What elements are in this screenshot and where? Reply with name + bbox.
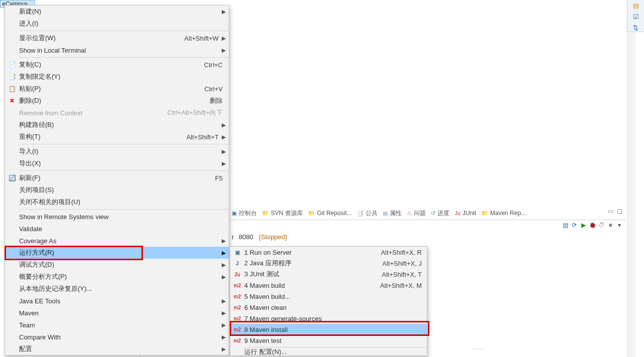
runas-mvnbuild[interactable]: m24 Maven buildAlt+Shift+X, M — [230, 280, 427, 291]
ctx-removectx: Remove from ContextCtrl+Alt+Shift+向下 — [5, 107, 229, 119]
ctx-comparewith[interactable]: Compare With▶ — [5, 331, 229, 343]
tab-public[interactable]: 📑公共 — [357, 209, 378, 218]
console-icon: ▣ — [232, 210, 237, 217]
ctx-localterm[interactable]: Show in Local Terminal▶ — [5, 44, 229, 56]
runas-runserver[interactable]: ▣1 Run on ServerAlt+Shift+X, R — [230, 247, 427, 258]
ctx-remoteview[interactable]: Show in Remote Systems view — [5, 211, 229, 223]
menu-separator — [19, 57, 229, 58]
ctx-showin[interactable]: 显示位置(W)Alt+Shift+W▶ — [5, 32, 229, 44]
ctx-refresh[interactable]: 🔄刷新(F)F5 — [5, 172, 229, 184]
menu-separator — [19, 144, 229, 144]
publish-icon[interactable]: ⟳ — [571, 222, 578, 229]
menu-separator — [19, 209, 229, 210]
refactor-label: 重构(T) — [19, 132, 187, 141]
debug-server-icon[interactable]: 🐞 — [589, 222, 596, 229]
ctx-buildpath[interactable]: 构建路径(B)▶ — [5, 119, 229, 131]
resize-handle[interactable]: •••••• — [466, 347, 492, 350]
server-entry[interactable]: r 8080 [Stopped] — [232, 233, 287, 241]
copyqn-label: 复制限定名(Y) — [19, 72, 226, 81]
maximize-icon[interactable]: ▢ — [616, 208, 623, 215]
ctx-closeunrel[interactable]: 关闭不相关的项目(U) — [5, 196, 229, 208]
views-tab-controls: ▭ ▢ — [607, 208, 623, 215]
refactor-shortcut: Alt+Shift+T — [187, 133, 219, 141]
panel-divider — [231, 220, 626, 220]
runconfig-label: 运行 配置(N)... — [244, 348, 422, 355]
runas-mvntest[interactable]: m29 Maven test — [230, 335, 427, 346]
chevron-right-icon: ▶ — [222, 35, 226, 42]
jeetools-label: Java EE Tools — [19, 297, 222, 305]
runas-mvnclean[interactable]: m26 Maven clean — [230, 302, 427, 313]
scrollbar-vertical[interactable] — [627, 0, 635, 357]
progress-label: 进度 — [437, 209, 449, 218]
closeproj-label: 关闭项目(S) — [19, 186, 226, 195]
runas-mvngensrc[interactable]: m27 Maven generate-sources — [230, 313, 427, 324]
ctx-coverage[interactable]: Coverage As▶ — [5, 235, 229, 247]
runas-runconfig[interactable]: 运行 配置(N)... — [230, 348, 427, 355]
minimize-icon[interactable]: ▭ — [607, 208, 614, 215]
stop-server-icon[interactable]: ■ — [607, 222, 614, 229]
server-menu-icon[interactable]: ▾ — [616, 222, 623, 229]
showin-shortcut: Alt+Shift+W — [184, 35, 219, 42]
ctx-profileas[interactable]: 概要分析方式(P)▶ — [5, 271, 229, 283]
ctx-validate[interactable]: Validate — [5, 223, 229, 235]
progress-icon: ↺ — [431, 210, 435, 217]
ctx-team[interactable]: Team▶ — [5, 319, 229, 331]
task-list-icon[interactable]: ☑ — [632, 13, 640, 21]
ctx-new[interactable]: 新建(N)▶ — [5, 6, 229, 18]
ctx-paste[interactable]: 📋粘贴(P)Ctrl+V — [5, 83, 229, 95]
remoteview-label: Show in Remote Systems view — [19, 213, 226, 221]
mvnbuild2-label: 5 Maven build... — [244, 293, 422, 300]
right-perspective-toolbar: ▤ ☑ ⇅ — [627, 0, 644, 32]
tab-junit[interactable]: JᴜJUnit — [454, 210, 476, 217]
restorelocal-label: 从本地历史记录复原(Y)... — [19, 284, 226, 293]
ctx-import[interactable]: 导入(I)▶ — [5, 145, 229, 157]
profileas-label: 概要分析方式(P) — [19, 272, 222, 281]
runas-javaapp[interactable]: J2 Java 应用程序Alt+Shift+X, J — [230, 258, 427, 269]
team-label: Team — [19, 321, 222, 329]
ctx-delete[interactable]: ✖删除(D)删除 — [5, 95, 229, 107]
ctx-copy[interactable]: 📄复制(C)Ctrl+C — [5, 59, 229, 71]
tab-props[interactable]: ▤属性 — [383, 209, 402, 218]
ctx-restorelocal[interactable]: 从本地历史记录复原(Y)... — [5, 283, 229, 295]
profile-server-icon[interactable]: ⏱ — [598, 222, 605, 229]
outline-icon[interactable]: ▤ — [632, 2, 640, 10]
runas-mvnbuild2[interactable]: m25 Maven build... — [230, 291, 427, 302]
mvntest-label: 9 Maven test — [244, 337, 422, 344]
mvninstall-label: 8 Maven install — [244, 326, 422, 333]
export-label: 导出(X) — [19, 159, 222, 168]
import-label: 导入(I) — [19, 147, 222, 156]
mavenrep-icon: 📁 — [481, 210, 488, 217]
ctx-refactor[interactable]: 重构(T)Alt+Shift+T▶ — [5, 131, 229, 143]
localterm-label: Show in Local Terminal — [19, 47, 222, 54]
paste-icon: 📋 — [5, 85, 19, 92]
ctx-export[interactable]: 导出(X)▶ — [5, 157, 229, 169]
ctx-closeproj[interactable]: 关闭项目(S) — [5, 184, 229, 196]
ctx-into[interactable]: 进入(I) — [5, 18, 229, 30]
ctx-debugas[interactable]: 调试方式(D)▶ — [5, 259, 229, 271]
server-toolbar: ▤ ⟳ ▶ 🐞 ⏱ ■ ▾ — [562, 222, 623, 229]
tab-problems[interactable]: ⚠问题 — [407, 209, 426, 218]
ctx-copyqn[interactable]: 📑复制限定名(Y) — [5, 71, 229, 83]
ctx-configure[interactable]: 配置▶ — [5, 343, 229, 355]
repo-icon[interactable]: ⇅ — [632, 24, 640, 32]
tab-git[interactable]: 📁Git Reposit... — [308, 210, 352, 217]
start-server-icon[interactable]: ▶ — [580, 222, 587, 229]
tab-progress[interactable]: ↺进度 — [431, 209, 449, 218]
runas-mvninstall[interactable]: m28 Maven install — [230, 324, 427, 335]
chevron-right-icon: ▶ — [222, 9, 226, 15]
public-icon: 📑 — [357, 210, 364, 217]
tab-mavenrep[interactable]: 📁Maven Rep... — [481, 210, 526, 217]
chevron-right-icon: ▶ — [222, 47, 226, 54]
tab-console[interactable]: ▣控制台 — [232, 209, 257, 218]
props-icon: ▤ — [383, 210, 388, 217]
tab-svn[interactable]: 📁SVN 资源库 — [262, 209, 303, 218]
ctx-maven[interactable]: Maven▶ — [5, 307, 229, 319]
mvnbuild-shortcut: Alt+Shift+X, M — [380, 282, 422, 289]
chevron-right-icon: ▶ — [222, 160, 226, 167]
link-editor-icon[interactable]: ▤ — [562, 222, 569, 229]
ctx-runas[interactable]: 运行方式(R)▶ — [5, 247, 229, 259]
server-port: 8080 — [239, 233, 253, 241]
ctx-jeetools[interactable]: Java EE Tools▶ — [5, 295, 229, 307]
runserver-shortcut: Alt+Shift+X, R — [381, 249, 422, 256]
runas-junit[interactable]: Jᴜ3 JUnit 测试Alt+Shift+X, T — [230, 269, 427, 280]
